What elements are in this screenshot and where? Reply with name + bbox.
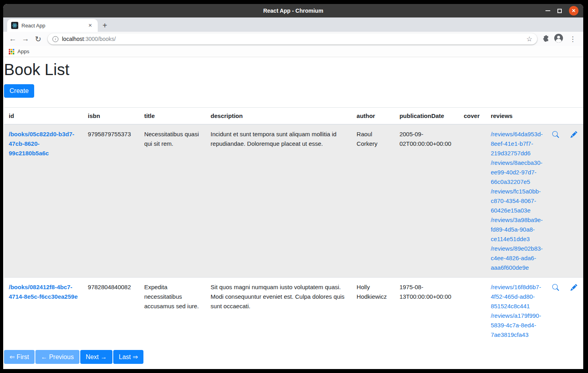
column-header-edit <box>566 108 583 125</box>
cell-author: Raoul Corkery <box>352 124 395 278</box>
forward-icon[interactable]: → <box>19 35 32 43</box>
window-title: React App - Chromium <box>263 8 323 14</box>
apps-grid-icon <box>9 49 14 54</box>
url-bar[interactable]: i localhost:3000/books/ ☆ <box>48 33 537 44</box>
cell-show <box>547 124 566 278</box>
cell-show <box>547 278 566 345</box>
bookmark-star-icon[interactable]: ☆ <box>526 35 532 43</box>
maximize-button[interactable] <box>557 9 562 13</box>
last-page-button[interactable]: Last ⇒ <box>113 350 143 364</box>
column-header-title: title <box>139 108 206 125</box>
window-titlebar: React App - Chromium ✕ <box>3 4 583 17</box>
previous-page-button[interactable]: ← Previous <box>35 350 79 364</box>
review-link[interactable]: /reviews/16f8d6b7-4f52-465d-ad80-851524c… <box>491 284 541 309</box>
apps-bookmark[interactable]: Apps <box>17 48 29 54</box>
cell-id: /books/05c822d0-b3d7-47cb-8620-99c2180b5… <box>4 124 83 278</box>
extensions-puzzle-icon[interactable] <box>543 35 549 43</box>
url-host: localhost <box>62 36 84 42</box>
column-header-reviews: reviews <box>486 108 547 125</box>
column-header-id: id <box>4 108 83 125</box>
cell-cover <box>459 124 486 278</box>
next-page-button[interactable]: Next → <box>80 350 112 364</box>
cell-isbn: 9795879755373 <box>83 124 139 278</box>
table-row: /books/05c822d0-b3d7-47cb-8620-99c2180b5… <box>4 124 583 278</box>
first-page-button[interactable]: ⇐ First <box>4 350 35 364</box>
column-header-description: description <box>206 108 352 125</box>
page-content: Book List Create id isbn title descripti… <box>3 60 583 364</box>
bookmarks-bar: Apps <box>3 46 583 57</box>
create-button[interactable]: Create <box>4 84 34 98</box>
tab-strip: React App ✕ + <box>3 17 583 32</box>
tab-close-icon[interactable]: ✕ <box>87 22 94 29</box>
table-row: /books/082412f8-4bc7-4714-8e5c-f6cc30ea2… <box>4 278 583 345</box>
site-info-icon[interactable]: i <box>52 36 58 42</box>
show-magnifier-icon[interactable] <box>552 131 561 138</box>
reload-icon[interactable]: ↻ <box>32 35 44 44</box>
cell-author: Holly Hodkiewicz <box>352 278 395 345</box>
browser-window: React App - Chromium ✕ React App ✕ <box>3 4 583 369</box>
browser-toolbar: ← → ↻ i localhost:3000/books/ ☆ ⋮ <box>3 32 583 46</box>
browser-menu-icon[interactable]: ⋮ <box>568 35 578 43</box>
column-header-isbn: isbn <box>83 108 139 125</box>
book-table: id isbn title description author publica… <box>4 107 583 344</box>
browser-tab[interactable]: React App ✕ <box>7 19 98 32</box>
review-link[interactable]: /reviews/8aecba30-ee99-40d2-97d7-66c0a32… <box>491 159 542 185</box>
window-controls: ✕ <box>545 4 578 17</box>
profile-avatar-icon[interactable] <box>554 34 563 44</box>
show-magnifier-icon[interactable] <box>552 284 561 291</box>
book-id-link[interactable]: /books/05c822d0-b3d7-47cb-8620-99c2180b5… <box>9 131 74 157</box>
cell-cover <box>459 278 486 345</box>
cell-title: Expedita necessitatibus accusamus sed iu… <box>139 278 206 345</box>
cell-publicationDate: 1975-08-13T00:00:00+00:00 <box>395 278 459 345</box>
column-header-cover: cover <box>459 108 486 125</box>
cell-description: Sit quos magni numquam iusto voluptatem … <box>206 278 352 345</box>
column-header-show <box>547 108 566 125</box>
book-id-link[interactable]: /books/082412f8-4bc7-4714-8e5c-f6cc30ea2… <box>9 284 78 300</box>
review-link[interactable]: /reviews/89e02b83-c4ee-4826-ada6-aaa6f60… <box>491 245 543 271</box>
cell-reviews: /reviews/64da953d-8eef-41e1-b7f7-219d327… <box>486 124 547 278</box>
column-header-publicationDate: publicationDate <box>395 108 459 125</box>
review-link[interactable]: /reviews/a179f990-5839-4c7a-8ed4-7ae3819… <box>491 312 541 338</box>
table-header-row: id isbn title description author publica… <box>4 108 583 125</box>
react-favicon-icon <box>11 22 18 29</box>
cell-id: /books/082412f8-4bc7-4714-8e5c-f6cc30ea2… <box>4 278 83 345</box>
cell-publicationDate: 2005-09-02T00:00:00+00:00 <box>395 124 459 278</box>
minimize-button[interactable] <box>545 10 550 11</box>
cell-title: Necessitatibus quasi qui sit rem. <box>139 124 206 278</box>
tab-title: React App <box>21 23 83 29</box>
cell-isbn: 9782804840082 <box>83 278 139 345</box>
url-path: :3000/books/ <box>84 36 116 42</box>
review-link[interactable]: /reviews/64da953d-8eef-41e1-b7f7-219d327… <box>491 131 543 157</box>
page-title: Book List <box>4 60 583 79</box>
column-header-author: author <box>352 108 395 125</box>
review-link[interactable]: /reviews/3a98ba9e-fd89-4d5a-90a8-ce114e5… <box>491 216 543 242</box>
cell-edit <box>566 278 583 345</box>
cell-description: Incidunt et sunt tempora sunt aliquam mo… <box>206 124 352 278</box>
close-icon: ✕ <box>572 8 576 14</box>
pagination: ⇐ First ← Previous Next → Last ⇒ <box>4 350 583 364</box>
cell-reviews: /reviews/16f8d6b7-4f52-465d-ad80-851524c… <box>486 278 547 345</box>
back-icon[interactable]: ← <box>6 35 19 43</box>
toolbar-actions: ⋮ <box>540 34 580 44</box>
new-tab-button[interactable]: + <box>98 19 112 32</box>
edit-pencil-icon[interactable] <box>571 284 578 291</box>
close-button[interactable]: ✕ <box>569 6 578 15</box>
cell-edit <box>566 124 583 278</box>
edit-pencil-icon[interactable] <box>571 131 578 138</box>
review-link[interactable]: /reviews/fc15a0bb-c870-4354-8067-60426e1… <box>491 188 541 214</box>
